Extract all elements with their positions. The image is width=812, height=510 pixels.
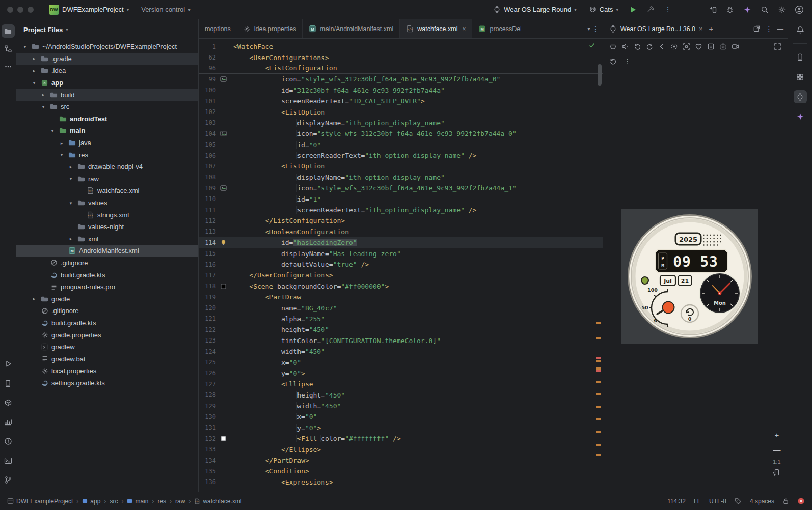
line-number[interactable]: 100 — [199, 87, 216, 94]
line-number[interactable]: 127 — [199, 381, 216, 388]
tree-item-androidstudioprojects-dwfexampleproject[interactable]: ▾~/AndroidStudioProjects/DWFExampleProje… — [16, 41, 198, 53]
line-number[interactable]: 108 — [199, 174, 216, 181]
code-line-123[interactable]: 123 tintColor="[CONFIGURATION.themeColor… — [199, 335, 603, 346]
analysis-mark[interactable] — [596, 393, 601, 395]
tree-item-gitignore[interactable]: .gitignore — [16, 257, 198, 269]
rotate-left-icon[interactable] — [634, 43, 641, 50]
line-number[interactable]: 123 — [199, 337, 216, 344]
line-number[interactable]: 104 — [199, 130, 216, 137]
chevron-right-icon[interactable]: ▸ — [31, 296, 38, 301]
tree-item-proguard-rules-pro[interactable]: proguard-rules.pro — [16, 281, 198, 293]
tree-item-drawable-nodpi-v4[interactable]: ▸drawable-nodpi-v4 — [16, 161, 198, 173]
breadcrumb-raw[interactable]: raw — [175, 498, 185, 505]
tree-item-src[interactable]: ▾src — [16, 101, 198, 113]
line-number[interactable]: 130 — [199, 413, 216, 420]
tree-item-watchface-xml[interactable]: </>watchface.xml — [16, 185, 198, 197]
line-number[interactable]: 117 — [199, 272, 216, 279]
close-tab-icon[interactable]: × — [462, 25, 466, 33]
code-line-103[interactable]: 103 displayName="ith_option_display_name… — [199, 118, 603, 128]
device-selector[interactable]: Wear OS Large Round ▾ — [489, 4, 581, 15]
breadcrumb-main[interactable]: main — [127, 498, 148, 505]
tree-item-strings-xml[interactable]: </>strings.xml — [16, 209, 198, 221]
vcs-widget[interactable]: Version control ▾ — [137, 4, 195, 15]
chevron-down-icon[interactable]: ▾ — [31, 80, 38, 86]
breadcrumb-res[interactable]: res — [157, 498, 166, 505]
line-number[interactable]: 110 — [199, 195, 216, 203]
logcat-icon[interactable] — [2, 377, 15, 390]
tree-item-gitignore[interactable]: .gitignore — [16, 305, 198, 317]
code-line-112[interactable]: 112 </ListConfiguration> — [199, 215, 603, 226]
code-line-124[interactable]: 124 width="450" — [199, 346, 603, 357]
notifications-icon[interactable] — [794, 23, 807, 37]
code-line-101[interactable]: 101 screenReaderText="ID_CAT_STEP_OVER"> — [199, 96, 603, 106]
code-line-105[interactable]: 105 id="0" — [199, 139, 603, 150]
watch-face-preview[interactable]: 2025 P M 09 53 Jul 21 — [621, 209, 758, 344]
code-line-132[interactable]: 132 <Fill color="#ffffffff" /> — [199, 433, 603, 444]
device-panel-more-icon[interactable]: ⋮ — [766, 25, 772, 33]
drawable-preview-icon[interactable] — [216, 76, 230, 82]
line-number[interactable]: 101 — [199, 98, 216, 105]
chevron-right-icon[interactable]: ▸ — [67, 236, 74, 241]
line-number[interactable]: 135 — [199, 468, 216, 475]
line-number[interactable]: 113 — [199, 228, 216, 235]
color-swatch-black-icon[interactable] — [216, 284, 230, 289]
tree-item-values[interactable]: ▾values — [16, 197, 198, 209]
code-line-100[interactable]: 100 id="312c30bf_f64a_461e_9c93_992f2fb7… — [199, 85, 603, 96]
chevron-down-icon[interactable]: ▾ — [58, 152, 65, 157]
tag-icon[interactable] — [735, 498, 742, 505]
project-widget[interactable]: DW DWFExampleProject ▾ — [45, 3, 133, 17]
analysis-mark[interactable] — [596, 360, 601, 362]
tree-item-settings-gradle-kts[interactable]: settings.gradle.kts — [16, 377, 198, 389]
rotate-device-icon[interactable] — [773, 468, 781, 476]
code-line-128[interactable]: 128 height="450" — [199, 390, 603, 401]
editor-scrollbar[interactable] — [598, 64, 602, 86]
color-swatch-white-icon[interactable] — [216, 436, 230, 441]
line-number[interactable]: 107 — [199, 163, 216, 170]
breadcrumb-watchface-xml[interactable]: </>watchface.xml — [194, 498, 241, 505]
line-number[interactable]: 1 — [199, 43, 216, 50]
analysis-mark[interactable] — [596, 381, 601, 383]
line-number[interactable]: 128 — [199, 391, 216, 399]
chevron-down-icon[interactable]: ▾ — [40, 104, 47, 109]
bug-report-icon[interactable] — [723, 3, 737, 16]
code-line-109[interactable]: 109 icon="style_wfs_312c30bf_f64a_461e_9… — [199, 183, 603, 193]
chevron-down-icon[interactable]: ▾ — [67, 176, 74, 181]
analysis-mark[interactable] — [596, 370, 601, 372]
line-number[interactable]: 105 — [199, 141, 216, 148]
code-line-116[interactable]: 116 defaultValue="true" /> — [199, 259, 603, 270]
analysis-mark[interactable] — [596, 337, 601, 339]
line-number[interactable]: 114 — [199, 239, 216, 246]
code-line-121[interactable]: 121 alpha="255" — [199, 314, 603, 324]
analysis-mark[interactable] — [596, 454, 601, 456]
chevron-right-icon[interactable]: ▸ — [40, 92, 47, 97]
back-icon[interactable] — [658, 43, 666, 50]
line-number[interactable]: 99 — [199, 76, 216, 83]
code-line-119[interactable]: 119 <PartDraw — [199, 292, 603, 302]
device-explorer-icon[interactable] — [794, 50, 807, 64]
code-line-133[interactable]: 133 </Ellipse> — [199, 444, 603, 455]
more-tools-icon[interactable] — [2, 60, 15, 73]
caret-position[interactable]: 114:32 — [667, 498, 686, 505]
gemini-icon[interactable] — [794, 110, 807, 123]
tree-item-app[interactable]: ▾app — [16, 77, 198, 89]
line-number[interactable]: 133 — [199, 446, 216, 453]
rotate-right-icon[interactable] — [646, 43, 654, 50]
minimize-window-button[interactable] — [17, 7, 23, 13]
problems-icon[interactable] — [2, 435, 15, 448]
power-icon[interactable] — [609, 43, 617, 50]
line-number[interactable]: 96 — [199, 65, 216, 72]
close-device-tab-icon[interactable]: × — [699, 25, 702, 33]
line-number[interactable]: 111 — [199, 207, 216, 214]
analysis-mark[interactable] — [596, 406, 601, 408]
editor-tab-watchface-xml[interactable]: </>watchface.xml× — [400, 19, 472, 38]
code-editor[interactable]: 1<WatchFace62 <UserConfigurations>96 <Li… — [199, 39, 603, 492]
ai-assistant-icon[interactable] — [741, 3, 754, 16]
tree-item-build-gradle-kts[interactable]: build.gradle.kts — [16, 317, 198, 329]
button-press-icon[interactable] — [670, 43, 678, 50]
chevron-right-icon[interactable]: ▸ — [31, 68, 38, 73]
more-icon[interactable]: ⋮ — [624, 58, 631, 65]
run-icon[interactable] — [2, 357, 15, 371]
editor-tab-moptions[interactable]: moptions — [199, 19, 237, 38]
device-mirror-icon[interactable] — [706, 3, 719, 16]
chevron-down-icon[interactable]: ▾ — [67, 201, 74, 206]
